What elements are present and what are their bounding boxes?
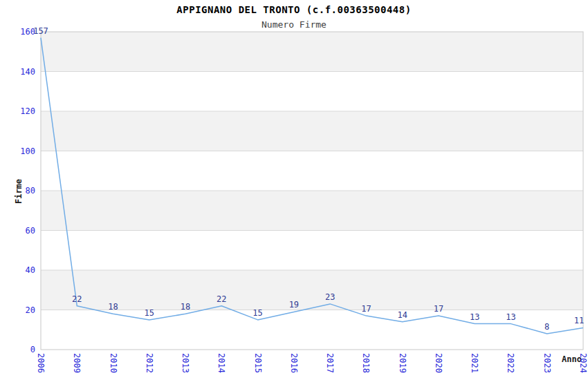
x-tick-label: 2020	[434, 353, 443, 373]
x-tick-label: 2013	[181, 353, 190, 373]
plot-band	[41, 32, 583, 72]
x-tick-label: 2006	[36, 353, 46, 373]
data-point-label: 15	[145, 308, 154, 318]
x-tick-label: 2017	[325, 353, 335, 373]
plot-band	[41, 270, 583, 310]
x-tick-label: 2016	[289, 353, 299, 373]
plot-band	[41, 191, 583, 231]
y-tick-label: 100	[20, 146, 35, 156]
y-tick-label: 120	[20, 106, 35, 116]
y-tick-label: 160	[20, 27, 35, 37]
data-point-label: 157	[33, 26, 48, 36]
x-tick-label: 2010	[109, 353, 118, 373]
data-point-label: 13	[506, 312, 515, 322]
data-point-label: 11	[574, 316, 584, 325]
x-tick-label: 2021	[470, 353, 479, 373]
y-tick-label: 60	[26, 226, 35, 236]
data-point-label: 15	[252, 308, 262, 318]
x-tick-label: 2012	[145, 353, 154, 373]
x-tick-label: 2023	[542, 353, 552, 373]
line-chart-plot: 1572218151822151923171417131381102040608…	[0, 0, 588, 380]
data-point-label: 13	[470, 312, 479, 322]
x-tick-label: 2015	[253, 353, 263, 373]
x-tick-label: 2014	[217, 353, 226, 373]
data-point-label: 22	[217, 294, 226, 304]
data-point-label: 22	[72, 294, 82, 304]
x-tick-label: 2009	[72, 353, 82, 373]
x-tick-label: 2019	[398, 353, 407, 373]
y-tick-label: 0	[30, 345, 35, 354]
y-tick-label: 80	[26, 186, 35, 196]
data-point-label: 17	[434, 304, 443, 314]
data-point-label: 23	[325, 292, 335, 302]
data-point-label: 14	[397, 310, 407, 320]
data-point-label: 19	[289, 300, 299, 310]
data-point-label: 18	[181, 302, 190, 312]
y-tick-label: 40	[26, 265, 35, 275]
chart-container: APPIGNANO DEL TRONTO (c.f.00363500448) N…	[0, 0, 588, 380]
data-point-label: 18	[108, 302, 118, 312]
data-point-label: 8	[544, 322, 549, 332]
x-tick-label: 2024	[578, 353, 588, 373]
plot-band	[41, 111, 583, 151]
data-point-label: 17	[361, 304, 371, 314]
y-tick-label: 20	[26, 305, 35, 315]
y-tick-label: 140	[20, 67, 35, 77]
x-tick-label: 2022	[506, 353, 515, 373]
x-tick-label: 2018	[361, 353, 371, 373]
